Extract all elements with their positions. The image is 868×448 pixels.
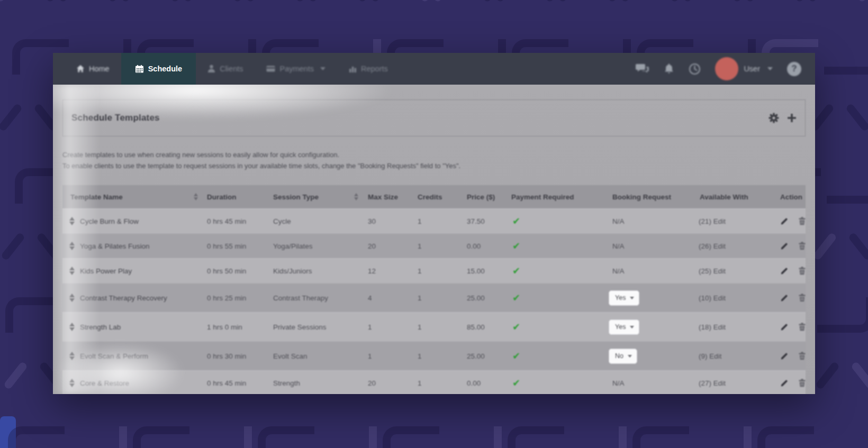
available-with-edit-link[interactable]: (18) Edit (699, 323, 726, 331)
edit-pencil-icon[interactable] (780, 323, 789, 331)
delete-trash-icon[interactable] (798, 217, 806, 225)
nav-item-home[interactable]: Home (65, 53, 121, 85)
settings-gear-icon[interactable] (768, 113, 779, 123)
booking-request-cell: N/A (603, 267, 685, 275)
description-line-2: To enable clients to use the template to… (62, 160, 806, 171)
max-size-cell: 20 (361, 379, 410, 387)
action-cell (772, 217, 806, 225)
background-shape (600, 0, 637, 1)
template-row: Yoga & Pilates Fusion 0 hrs 55 min Yoga/… (62, 233, 806, 258)
edit-pencil-icon[interactable] (780, 242, 789, 250)
drag-sort-icon[interactable] (69, 379, 75, 387)
template-row: Kids Power Play 0 hrs 50 min Kids/Junior… (62, 258, 806, 283)
chevron-down-icon (630, 297, 634, 299)
booking-request-select[interactable]: Yes (609, 290, 639, 306)
edit-pencil-icon[interactable] (780, 217, 789, 225)
nav-item-schedule[interactable]: Schedule (121, 53, 196, 85)
available-with-edit-link[interactable]: (9) Edit (699, 352, 722, 360)
delete-trash-icon[interactable] (798, 242, 806, 250)
available-with-cell: (27) Edit (685, 379, 772, 387)
background-shape (570, 426, 627, 448)
available-with-edit-link[interactable]: (25) Edit (699, 267, 726, 275)
background-shape (133, 426, 189, 448)
delete-trash-icon[interactable] (798, 323, 806, 331)
column-header-payment-required: Payment Required (505, 193, 603, 201)
column-header-session-type[interactable]: Session Type (264, 193, 361, 201)
available-with-edit-link[interactable]: (27) Edit (699, 379, 726, 387)
delete-trash-icon[interactable] (798, 352, 806, 360)
template-row: Strength Lab 1 hrs 0 min Private Session… (62, 312, 806, 341)
payment-check-icon: ✔ (512, 351, 520, 361)
nav-utility-area: User ? (636, 53, 815, 85)
price-cell: 0.00 (459, 379, 505, 387)
add-plus-icon[interactable] (787, 113, 797, 123)
booking-request-select[interactable]: No (609, 349, 637, 364)
bell-icon[interactable] (664, 63, 674, 75)
payment-required-cell: ✔ (505, 265, 603, 277)
panel-header: Schedule Templates (62, 99, 806, 136)
session-type-cell: Cycle (264, 217, 361, 225)
column-header-template-name[interactable]: Template Name (62, 193, 201, 201)
price-cell: 25.00 (459, 352, 505, 360)
nav-items: Home Schedule Clients Payments (53, 53, 400, 85)
payment-check-icon: ✔ (512, 241, 520, 251)
drag-sort-icon[interactable] (69, 352, 75, 360)
edit-pencil-icon[interactable] (780, 267, 789, 275)
available-with-cell: (10) Edit (685, 294, 772, 302)
bar-chart-icon (349, 65, 357, 73)
edit-pencil-icon[interactable] (780, 352, 789, 360)
max-size-cell: 1 (361, 352, 410, 360)
drag-sort-icon[interactable] (69, 242, 75, 250)
chat-icon[interactable] (636, 63, 649, 75)
available-with-edit-link[interactable]: (21) Edit (699, 217, 726, 225)
available-with-edit-link[interactable]: (26) Edit (699, 242, 726, 250)
background-shape (0, 362, 21, 388)
available-with-cell: (9) Edit (685, 352, 772, 360)
background-shape (101, 0, 138, 1)
background-shape (817, 297, 868, 333)
help-icon[interactable]: ? (787, 62, 801, 76)
background-shape (632, 426, 689, 448)
booking-request-select[interactable]: Yes (609, 319, 639, 335)
session-type-cell: Strength (264, 379, 361, 387)
background-shape (0, 233, 18, 259)
max-size-cell: 4 (361, 294, 410, 302)
available-with-edit-link[interactable]: (10) Edit (699, 294, 726, 302)
delete-trash-icon[interactable] (798, 294, 806, 302)
edit-pencil-icon[interactable] (780, 294, 789, 302)
delete-trash-icon[interactable] (798, 379, 806, 387)
max-size-cell: 20 (361, 242, 410, 250)
template-row: Core & Restore 0 hrs 45 min Strength 20 … (62, 370, 806, 394)
template-name: Cycle Burn & Flow (80, 217, 139, 225)
background-shape (725, 0, 762, 1)
user-menu[interactable]: User (715, 57, 773, 80)
background-shape (413, 0, 450, 1)
background-shape (538, 0, 575, 1)
drag-sort-icon[interactable] (69, 294, 75, 302)
background-shape (445, 426, 502, 448)
payment-required-cell: ✔ (505, 321, 603, 333)
background-shape (858, 362, 868, 388)
background-shape (70, 426, 127, 448)
chevron-down-icon (767, 67, 773, 70)
calendar-icon (135, 65, 144, 74)
background-shape (320, 426, 377, 448)
home-icon (76, 65, 85, 73)
nav-item-payments[interactable]: Payments (255, 53, 337, 85)
clock-icon[interactable] (689, 63, 701, 75)
chevron-down-icon (320, 67, 326, 70)
payment-check-icon: ✔ (512, 378, 520, 388)
top-nav-bar: Home Schedule Clients Payments (53, 53, 815, 85)
drag-sort-icon[interactable] (69, 267, 75, 275)
page-description: Create templates to use when creating ne… (62, 149, 806, 171)
drag-sort-icon[interactable] (69, 323, 75, 331)
payment-check-icon: ✔ (512, 322, 520, 332)
template-name: Kids Power Play (80, 267, 132, 275)
drag-sort-icon[interactable] (69, 217, 75, 225)
edit-pencil-icon[interactable] (780, 379, 789, 387)
action-cell (772, 294, 806, 302)
nav-item-clients[interactable]: Clients (196, 53, 255, 85)
nav-item-reports[interactable]: Reports (337, 53, 400, 85)
delete-trash-icon[interactable] (798, 267, 806, 275)
max-size-cell: 1 (361, 323, 410, 331)
